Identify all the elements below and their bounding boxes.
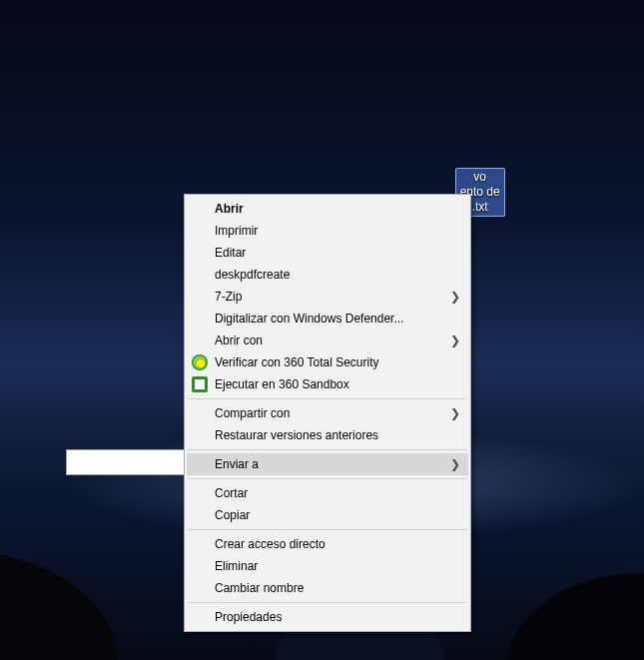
menu-item-label: Ejecutar en 360 Sandbox	[215, 377, 349, 391]
menu-item-label: Editar	[215, 246, 246, 260]
menu-item-label: Copiar	[215, 508, 250, 522]
menu-separator	[188, 449, 467, 450]
submenu-arrow-icon: ❯	[450, 333, 460, 347]
menu-item-label: Verificar con 360 Total Security	[215, 355, 379, 369]
360-sandbox-icon	[192, 376, 208, 392]
menu-item-label: 7-Zip	[215, 290, 242, 304]
submenu-arrow-icon: ❯	[450, 457, 460, 471]
menu-item-label: Cortar	[215, 486, 248, 500]
menu-item-open[interactable]: Abrir	[187, 198, 468, 220]
menu-item-label: Digitalizar con Windows Defender...	[215, 312, 403, 326]
menu-item-label: Cambiar nombre	[215, 581, 304, 595]
menu-item-restore-versions[interactable]: Restaurar versiones anteriores	[187, 424, 468, 446]
menu-item-copy[interactable]: Copiar	[187, 504, 468, 526]
submenu-arrow-icon: ❯	[450, 290, 460, 304]
menu-item-360-sandbox[interactable]: Ejecutar en 360 Sandbox	[187, 373, 468, 395]
menu-item-label: Imprimir	[215, 224, 258, 238]
submenu-arrow-icon: ❯	[450, 406, 460, 420]
menu-item-label: Restaurar versiones anteriores	[215, 428, 378, 442]
menu-item-label: Abrir	[215, 202, 244, 216]
menu-item-7zip[interactable]: 7-Zip ❯	[187, 286, 468, 308]
360-verify-icon	[192, 354, 208, 370]
background-window-fragment	[66, 449, 186, 475]
menu-item-create-shortcut[interactable]: Crear acceso directo	[187, 533, 468, 555]
menu-item-rename[interactable]: Cambiar nombre	[187, 577, 468, 599]
file-context-menu: Abrir Imprimir Editar deskpdfcreate 7-Zi…	[184, 194, 471, 632]
menu-separator	[188, 602, 467, 603]
menu-separator	[188, 478, 467, 479]
menu-item-label: Propiedades	[215, 610, 282, 624]
menu-item-delete[interactable]: Eliminar	[187, 555, 468, 577]
menu-item-edit[interactable]: Editar	[187, 242, 468, 264]
menu-item-deskpdfcreate[interactable]: deskpdfcreate	[187, 264, 468, 286]
desktop-wallpaper[interactable]: ✓ vo ento de .txt Abrir Imprimir Editar …	[0, 0, 644, 660]
menu-item-label: Compartir con	[215, 406, 290, 420]
menu-item-label: deskpdfcreate	[215, 268, 290, 282]
menu-item-share-with[interactable]: Compartir con ❯	[187, 402, 468, 424]
menu-separator	[188, 529, 467, 530]
menu-item-label: Crear acceso directo	[215, 537, 325, 551]
menu-item-print[interactable]: Imprimir	[187, 220, 468, 242]
menu-item-send-to[interactable]: Enviar a ❯	[187, 453, 468, 475]
menu-item-open-with[interactable]: Abrir con ❯	[187, 330, 468, 351]
menu-item-label: Enviar a	[215, 457, 259, 471]
menu-item-label: Eliminar	[215, 559, 258, 573]
menu-item-label: Abrir con	[215, 333, 263, 347]
menu-separator	[188, 398, 467, 399]
menu-item-cut[interactable]: Cortar	[187, 482, 468, 504]
menu-item-defender-scan[interactable]: Digitalizar con Windows Defender...	[187, 308, 468, 330]
menu-item-properties[interactable]: Propiedades	[187, 606, 468, 628]
menu-item-360-verify[interactable]: Verificar con 360 Total Security	[187, 351, 468, 373]
